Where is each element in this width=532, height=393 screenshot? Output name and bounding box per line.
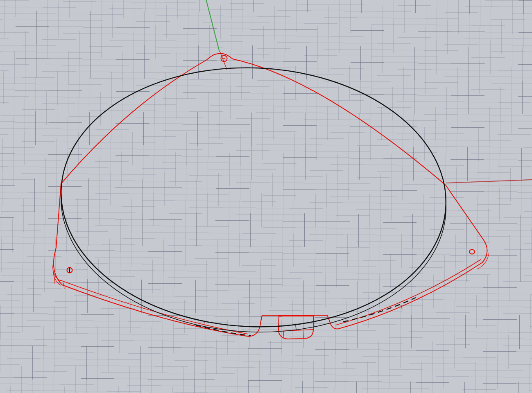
model-canvas xyxy=(0,0,532,393)
plate-right-band-seam xyxy=(336,260,481,325)
screw-hole-right[interactable] xyxy=(469,250,475,254)
y-axis-line xyxy=(206,0,220,52)
disc-side-seam-tick xyxy=(296,325,296,330)
disc-side-edge[interactable] xyxy=(61,189,446,332)
screw-hole-top-center xyxy=(223,58,225,59)
plate-left-band-ticks xyxy=(54,277,205,328)
x-axis-line xyxy=(446,180,532,183)
cad-viewport xyxy=(0,0,532,393)
plate-left-band-seam xyxy=(60,280,248,334)
disc-top-face[interactable] xyxy=(56,60,452,335)
plate-body[interactable] xyxy=(54,53,487,337)
tab-seam-ticks xyxy=(283,330,303,338)
